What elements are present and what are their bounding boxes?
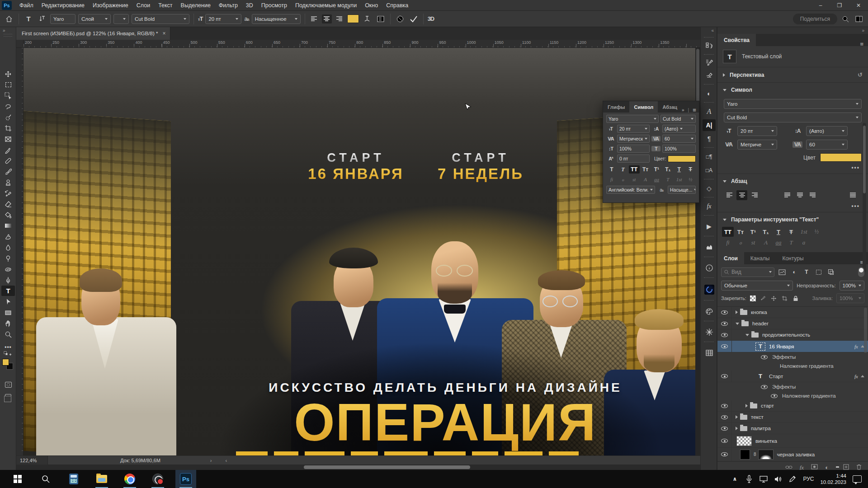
ot-titling-alternates-button[interactable]: T	[785, 238, 797, 248]
antialias-dropdown[interactable]: Насыщенное	[252, 14, 301, 24]
filter-type-layers-icon[interactable]: T	[802, 268, 811, 276]
share-button[interactable]: Поделиться	[793, 14, 837, 24]
text-color-swatch[interactable]	[347, 14, 359, 23]
menu-view[interactable]: Просмотр	[257, 0, 291, 11]
char-ordinals-button[interactable]: 1st	[674, 175, 684, 183]
language-indicator[interactable]: РУС	[803, 476, 814, 482]
eraser-tool[interactable]	[1, 199, 15, 209]
para-justify-last-left-icon[interactable]	[782, 190, 793, 200]
foreground-color-swatch[interactable]	[2, 359, 9, 366]
lock-artboard-icon[interactable]	[781, 295, 788, 302]
props-leading-dropdown[interactable]: (Авто)	[806, 126, 848, 136]
smudge-tool[interactable]	[1, 231, 15, 242]
props-font-size-dropdown[interactable]: 20 пт	[737, 126, 777, 136]
channels-grid-panel-icon[interactable]	[703, 347, 716, 359]
section-type-tool-options[interactable]: Параметры инструмента "Текст"	[717, 212, 868, 227]
crop-tool[interactable]	[1, 123, 15, 133]
tt-allcaps-button[interactable]: TT	[722, 227, 734, 237]
character-menu-icon[interactable]: ≡	[693, 108, 696, 112]
layer-search-field[interactable]: Вид	[721, 267, 774, 277]
navigator-panel-icon[interactable]	[703, 326, 716, 338]
props-text-color-swatch[interactable]	[820, 153, 862, 162]
healing-brush-tool[interactable]	[1, 155, 15, 166]
char-small-caps-button[interactable]: Tт	[640, 165, 651, 174]
foreground-background-colors[interactable]	[2, 359, 14, 371]
visibility-eye-icon[interactable]	[721, 374, 728, 378]
visibility-eye-icon[interactable]	[721, 310, 728, 314]
section-character[interactable]: Символ	[717, 83, 868, 97]
char-font-size-dropdown[interactable]: 20 пт	[617, 125, 650, 133]
lasso-tool[interactable]	[1, 101, 15, 112]
notifications-icon[interactable]	[853, 475, 862, 483]
layer-row-group[interactable]: старт	[717, 400, 868, 412]
menu-file[interactable]: Файл	[15, 0, 38, 11]
properties-menu-icon[interactable]: ≡	[860, 42, 863, 46]
filter-adjustment-layers-icon[interactable]: ◐	[790, 268, 799, 276]
swap-colors-icon[interactable]	[1, 351, 15, 357]
tt-smallcaps-button[interactable]: Tт	[735, 227, 746, 237]
document-canvas[interactable]: СТАРТ 16 ЯНВАРЯ СТАРТ 7 НЕДЕЛЬ ИСКУССТВО…	[24, 48, 695, 455]
mask-link-icon[interactable]: 8	[754, 452, 756, 457]
layers-scrollbar[interactable]	[864, 308, 867, 353]
opacity-dropdown[interactable]: 100%	[840, 281, 864, 291]
align-center-icon[interactable]	[322, 14, 332, 23]
char-faux-italic-button[interactable]: T	[618, 165, 628, 174]
layer-styles-panel-icon[interactable]: fx	[703, 201, 716, 212]
para-align-left-icon[interactable]	[724, 190, 735, 200]
props-tracking-dropdown[interactable]: 60	[806, 140, 848, 150]
font-class-dropdown[interactable]	[113, 14, 129, 24]
object-selection-tool[interactable]	[1, 90, 15, 101]
char-ligatures-button[interactable]: fi	[606, 175, 617, 183]
tray-expand-icon[interactable]: ∧	[731, 476, 739, 482]
align-right-icon[interactable]	[335, 14, 344, 23]
layer-effects-row[interactable]: Эффекты	[717, 382, 868, 391]
menu-layers[interactable]: Слои	[132, 0, 154, 11]
char-titling-alternates-button[interactable]: T	[662, 175, 673, 183]
ot-contextual-alternates-button[interactable]: aa	[773, 238, 784, 248]
visibility-eye-icon[interactable]	[721, 452, 728, 456]
props-font-family-dropdown[interactable]: Yaro	[724, 99, 862, 109]
warp-text-icon[interactable]	[362, 14, 373, 24]
zoom-level-field[interactable]: 122,4%	[16, 456, 48, 465]
para-justify-all-icon[interactable]	[847, 190, 858, 200]
tab-channels[interactable]: Каналы	[744, 252, 776, 264]
char-font-style-dropdown[interactable]: Cut Bold	[660, 115, 696, 123]
layer-effect-item-row[interactable]: Наложение градиента	[717, 361, 868, 371]
type-tool-preset-icon[interactable]: T	[23, 14, 34, 24]
filter-pixel-layers-icon[interactable]	[778, 268, 787, 276]
libraries-panel-icon[interactable]	[703, 241, 716, 253]
close-button[interactable]: ✕	[849, 0, 868, 11]
char-faux-bold-button[interactable]: T	[606, 165, 617, 174]
visibility-eye-icon[interactable]	[721, 322, 728, 326]
char-tracking-dropdown[interactable]: 60	[662, 135, 696, 143]
path-selection-tool[interactable]	[1, 296, 15, 307]
ot-stylistic-alternates-button[interactable]: A	[760, 238, 772, 248]
char-stylistic-alternates-button[interactable]: A	[640, 175, 651, 183]
lock-pixels-icon[interactable]	[760, 295, 767, 302]
visibility-eye-icon[interactable]	[721, 333, 728, 337]
filter-smart-objects-icon[interactable]	[826, 268, 835, 276]
character-panel-icon[interactable]: A|	[703, 119, 716, 131]
ot-discretionary-ligatures-button[interactable]: st	[747, 238, 759, 248]
frame-tool[interactable]	[1, 134, 15, 144]
vertical-ruler[interactable]	[16, 48, 24, 455]
taskbar-explorer-icon[interactable]	[91, 470, 112, 488]
para-align-center-icon[interactable]	[736, 190, 747, 200]
char-superscript-button[interactable]: T¹	[651, 165, 662, 174]
visibility-eye-icon[interactable]	[721, 415, 728, 419]
char-color-swatch[interactable]	[668, 155, 696, 162]
display-cast-icon[interactable]	[760, 476, 768, 483]
visibility-eye-icon[interactable]	[721, 427, 728, 431]
swatches-panel-icon[interactable]	[703, 305, 716, 317]
lock-all-icon[interactable]	[792, 295, 799, 302]
menu-image[interactable]: Изображение	[89, 0, 132, 11]
clone-stamp-tool[interactable]	[1, 177, 15, 188]
brush-settings-panel-icon[interactable]	[703, 57, 716, 69]
taskbar-photoshop-icon[interactable]: Ps	[175, 470, 196, 488]
cancel-edit-icon[interactable]	[395, 14, 406, 24]
char-antialias-dropdown[interactable]: Насыще...	[668, 186, 696, 194]
move-tool[interactable]	[1, 69, 15, 79]
char-swash-button[interactable]: ℴ	[618, 175, 628, 183]
blend-mode-dropdown[interactable]: Обычные	[721, 281, 793, 291]
filter-toggle-switch[interactable]	[858, 267, 864, 277]
